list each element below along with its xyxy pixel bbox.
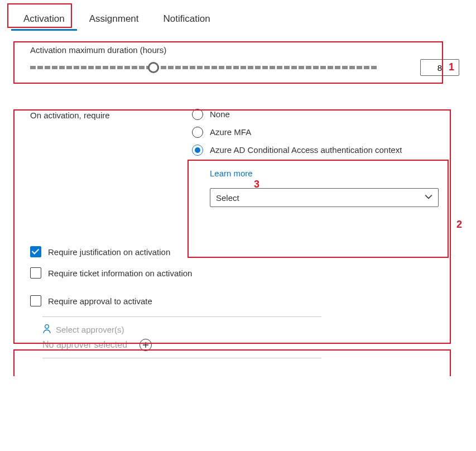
duration-slider[interactable] [30, 62, 409, 73]
radio-azure-mfa[interactable] [192, 127, 203, 138]
add-approver-button[interactable] [140, 339, 152, 351]
on-activation-require-section: On activation, require None Azure MFA Az… [11, 98, 465, 213]
radio-azure-mfa-label: Azure MFA [210, 126, 251, 138]
radio-none[interactable] [192, 109, 203, 120]
svg-point-0 [45, 325, 49, 329]
learn-more-link[interactable]: Learn more [210, 169, 253, 178]
tabs: Activation Assignment Notification [11, 8, 465, 31]
tab-assignment[interactable]: Assignment [77, 8, 151, 31]
checkbox-require-justification[interactable] [30, 246, 41, 257]
person-icon [42, 324, 51, 335]
radio-conditional-access[interactable] [192, 145, 203, 156]
auth-context-select[interactable]: Select [210, 188, 439, 207]
tab-notification[interactable]: Notification [151, 8, 223, 31]
approvers-section: Select approver(s) No approver selected [42, 316, 465, 358]
slider-thumb[interactable] [148, 62, 159, 73]
require-justification-label: Require justification on activation [48, 247, 170, 257]
tab-activation[interactable]: Activation [11, 8, 77, 31]
approver-status-text: No approver selected [42, 340, 127, 350]
radio-conditional-access-label: Azure AD Conditional Access authenticati… [210, 144, 402, 156]
duration-label: Activation maximum duration (hours) [30, 45, 459, 55]
duration-input[interactable] [420, 59, 459, 76]
require-label: On activation, require [30, 108, 175, 120]
require-ticket-label: Require ticket information on activation [48, 268, 192, 278]
activation-duration-section: Activation maximum duration (hours) [11, 42, 465, 81]
radio-none-label: None [210, 108, 230, 121]
require-approval-label: Require approval to activate [48, 296, 152, 306]
divider [42, 358, 321, 358]
checkbox-require-approval[interactable] [30, 295, 41, 306]
divider [42, 316, 321, 317]
select-placeholder: Select [216, 193, 239, 203]
select-approvers-label: Select approver(s) [56, 325, 124, 334]
checkbox-require-ticket[interactable] [30, 267, 41, 279]
chevron-down-icon [425, 193, 432, 203]
